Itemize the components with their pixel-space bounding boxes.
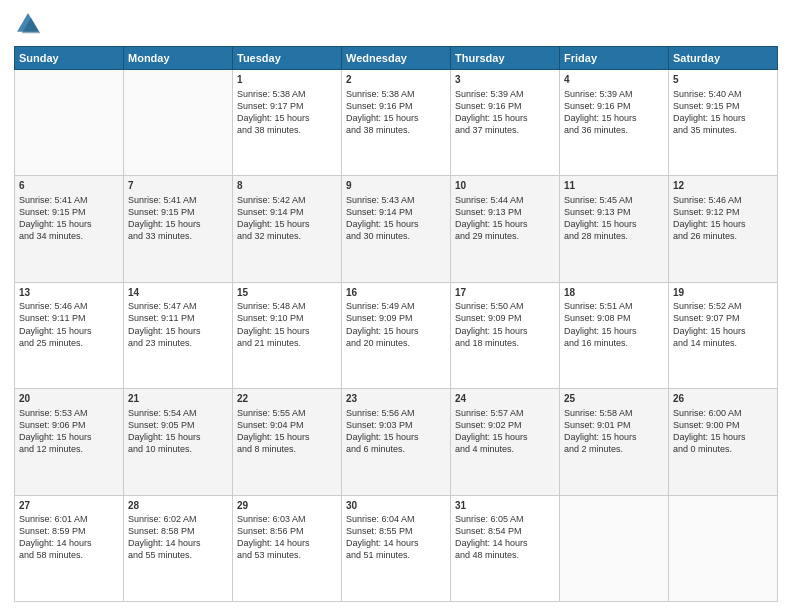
day-number: 4 bbox=[564, 73, 664, 87]
day-number: 26 bbox=[673, 392, 773, 406]
calendar-cell: 31Sunrise: 6:05 AMSunset: 8:54 PMDayligh… bbox=[451, 495, 560, 601]
day-number: 22 bbox=[237, 392, 337, 406]
day-number: 18 bbox=[564, 286, 664, 300]
calendar-cell: 19Sunrise: 5:52 AMSunset: 9:07 PMDayligh… bbox=[669, 282, 778, 388]
calendar-cell bbox=[15, 70, 124, 176]
calendar-row: 13Sunrise: 5:46 AMSunset: 9:11 PMDayligh… bbox=[15, 282, 778, 388]
calendar-cell: 6Sunrise: 5:41 AMSunset: 9:15 PMDaylight… bbox=[15, 176, 124, 282]
logo-icon bbox=[14, 10, 42, 38]
day-number: 16 bbox=[346, 286, 446, 300]
calendar-cell: 14Sunrise: 5:47 AMSunset: 9:11 PMDayligh… bbox=[124, 282, 233, 388]
calendar-cell: 25Sunrise: 5:58 AMSunset: 9:01 PMDayligh… bbox=[560, 389, 669, 495]
calendar-row: 27Sunrise: 6:01 AMSunset: 8:59 PMDayligh… bbox=[15, 495, 778, 601]
logo bbox=[14, 10, 46, 38]
day-number: 1 bbox=[237, 73, 337, 87]
weekday-header-friday: Friday bbox=[560, 47, 669, 70]
calendar-cell: 17Sunrise: 5:50 AMSunset: 9:09 PMDayligh… bbox=[451, 282, 560, 388]
calendar-cell: 8Sunrise: 5:42 AMSunset: 9:14 PMDaylight… bbox=[233, 176, 342, 282]
day-number: 13 bbox=[19, 286, 119, 300]
calendar-cell: 29Sunrise: 6:03 AMSunset: 8:56 PMDayligh… bbox=[233, 495, 342, 601]
calendar-cell: 15Sunrise: 5:48 AMSunset: 9:10 PMDayligh… bbox=[233, 282, 342, 388]
day-number: 8 bbox=[237, 179, 337, 193]
calendar-cell: 30Sunrise: 6:04 AMSunset: 8:55 PMDayligh… bbox=[342, 495, 451, 601]
day-number: 28 bbox=[128, 499, 228, 513]
weekday-header-tuesday: Tuesday bbox=[233, 47, 342, 70]
day-number: 11 bbox=[564, 179, 664, 193]
calendar-cell: 2Sunrise: 5:38 AMSunset: 9:16 PMDaylight… bbox=[342, 70, 451, 176]
day-number: 2 bbox=[346, 73, 446, 87]
calendar-cell bbox=[669, 495, 778, 601]
header bbox=[14, 10, 778, 38]
calendar-cell: 7Sunrise: 5:41 AMSunset: 9:15 PMDaylight… bbox=[124, 176, 233, 282]
calendar-cell: 23Sunrise: 5:56 AMSunset: 9:03 PMDayligh… bbox=[342, 389, 451, 495]
calendar-cell: 12Sunrise: 5:46 AMSunset: 9:12 PMDayligh… bbox=[669, 176, 778, 282]
calendar-cell: 20Sunrise: 5:53 AMSunset: 9:06 PMDayligh… bbox=[15, 389, 124, 495]
calendar-cell: 16Sunrise: 5:49 AMSunset: 9:09 PMDayligh… bbox=[342, 282, 451, 388]
calendar-cell: 22Sunrise: 5:55 AMSunset: 9:04 PMDayligh… bbox=[233, 389, 342, 495]
weekday-header-wednesday: Wednesday bbox=[342, 47, 451, 70]
day-number: 14 bbox=[128, 286, 228, 300]
weekday-header-row: SundayMondayTuesdayWednesdayThursdayFrid… bbox=[15, 47, 778, 70]
day-number: 24 bbox=[455, 392, 555, 406]
calendar-cell: 4Sunrise: 5:39 AMSunset: 9:16 PMDaylight… bbox=[560, 70, 669, 176]
calendar-cell bbox=[560, 495, 669, 601]
day-number: 19 bbox=[673, 286, 773, 300]
weekday-header-sunday: Sunday bbox=[15, 47, 124, 70]
calendar-cell: 28Sunrise: 6:02 AMSunset: 8:58 PMDayligh… bbox=[124, 495, 233, 601]
calendar-cell: 9Sunrise: 5:43 AMSunset: 9:14 PMDaylight… bbox=[342, 176, 451, 282]
day-number: 27 bbox=[19, 499, 119, 513]
day-number: 23 bbox=[346, 392, 446, 406]
day-number: 5 bbox=[673, 73, 773, 87]
calendar-cell bbox=[124, 70, 233, 176]
weekday-header-saturday: Saturday bbox=[669, 47, 778, 70]
day-number: 9 bbox=[346, 179, 446, 193]
calendar-cell: 18Sunrise: 5:51 AMSunset: 9:08 PMDayligh… bbox=[560, 282, 669, 388]
calendar-row: 6Sunrise: 5:41 AMSunset: 9:15 PMDaylight… bbox=[15, 176, 778, 282]
calendar-row: 1Sunrise: 5:38 AMSunset: 9:17 PMDaylight… bbox=[15, 70, 778, 176]
day-number: 20 bbox=[19, 392, 119, 406]
day-number: 17 bbox=[455, 286, 555, 300]
day-number: 3 bbox=[455, 73, 555, 87]
day-number: 21 bbox=[128, 392, 228, 406]
day-number: 12 bbox=[673, 179, 773, 193]
calendar-cell: 13Sunrise: 5:46 AMSunset: 9:11 PMDayligh… bbox=[15, 282, 124, 388]
calendar-cell: 26Sunrise: 6:00 AMSunset: 9:00 PMDayligh… bbox=[669, 389, 778, 495]
weekday-header-thursday: Thursday bbox=[451, 47, 560, 70]
weekday-header-monday: Monday bbox=[124, 47, 233, 70]
calendar-cell: 10Sunrise: 5:44 AMSunset: 9:13 PMDayligh… bbox=[451, 176, 560, 282]
day-number: 6 bbox=[19, 179, 119, 193]
day-number: 15 bbox=[237, 286, 337, 300]
calendar-cell: 11Sunrise: 5:45 AMSunset: 9:13 PMDayligh… bbox=[560, 176, 669, 282]
calendar-cell: 24Sunrise: 5:57 AMSunset: 9:02 PMDayligh… bbox=[451, 389, 560, 495]
page: SundayMondayTuesdayWednesdayThursdayFrid… bbox=[0, 0, 792, 612]
calendar-cell: 27Sunrise: 6:01 AMSunset: 8:59 PMDayligh… bbox=[15, 495, 124, 601]
day-number: 10 bbox=[455, 179, 555, 193]
day-number: 31 bbox=[455, 499, 555, 513]
calendar-cell: 21Sunrise: 5:54 AMSunset: 9:05 PMDayligh… bbox=[124, 389, 233, 495]
calendar-cell: 1Sunrise: 5:38 AMSunset: 9:17 PMDaylight… bbox=[233, 70, 342, 176]
day-number: 30 bbox=[346, 499, 446, 513]
calendar-cell: 3Sunrise: 5:39 AMSunset: 9:16 PMDaylight… bbox=[451, 70, 560, 176]
day-number: 7 bbox=[128, 179, 228, 193]
day-number: 25 bbox=[564, 392, 664, 406]
calendar-row: 20Sunrise: 5:53 AMSunset: 9:06 PMDayligh… bbox=[15, 389, 778, 495]
calendar-cell: 5Sunrise: 5:40 AMSunset: 9:15 PMDaylight… bbox=[669, 70, 778, 176]
day-number: 29 bbox=[237, 499, 337, 513]
calendar-table: SundayMondayTuesdayWednesdayThursdayFrid… bbox=[14, 46, 778, 602]
